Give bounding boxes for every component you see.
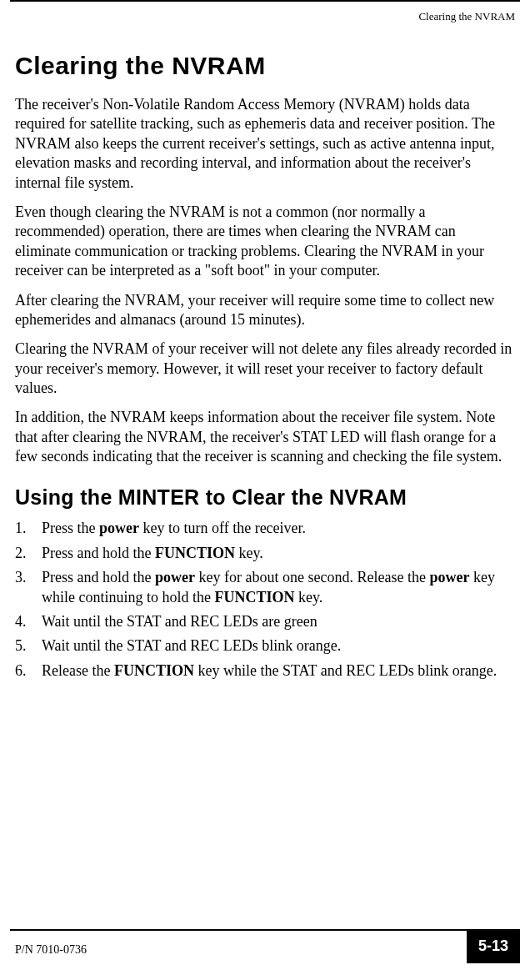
step-text: key. [235,545,263,561]
step-text: Release the [42,662,114,679]
heading-1: Clearing the NVRAM [15,52,515,80]
step-bold: FUNCTION [114,662,194,679]
page-footer: P/N 7010-0736 5-13 [0,929,530,963]
paragraph-2: Even though clearing the NVRAM is not a … [15,203,515,281]
header-title: Clearing the NVRAM [418,10,515,23]
step-text: key while the STAT and REC LEDs blink or… [194,662,497,679]
step-bold: power [155,569,195,585]
step-text: Press and hold the [42,545,155,561]
step-1: Press the power key to turn off the rece… [15,519,515,538]
step-2: Press and hold the FUNCTION key. [15,544,515,563]
paragraph-4: Clearing the NVRAM of your receiver will… [15,339,515,398]
heading-2: Using the MINTER to Clear the NVRAM [15,485,515,510]
step-6: Release the FUNCTION key while the STAT … [15,661,515,681]
step-text: key to turn off the receiver. [139,520,306,536]
page-header: Clearing the NVRAM [10,0,520,23]
step-text: key. [295,589,323,606]
step-bold: FUNCTION [214,589,294,606]
paragraph-3: After clearing the NVRAM, your receiver … [15,291,515,330]
step-text: key for about one second. Release the [195,569,429,585]
paragraph-1: The receiver's Non-Volatile Random Acces… [15,95,515,193]
page-number: 5-13 [467,931,520,963]
paragraph-5: In addition, the NVRAM keeps information… [15,408,515,466]
steps-list: Press the power key to turn off the rece… [15,519,515,681]
step-3: Press and hold the power key for about o… [15,568,515,607]
step-4: Wait until the STAT and REC LEDs are gre… [15,612,515,631]
step-bold: power [429,569,469,585]
part-number: P/N 7010-0736 [10,943,87,957]
step-bold: power [99,520,139,536]
step-text: Press the [42,520,99,536]
page-content: Clearing the NVRAM The receiver's Non-Vo… [0,23,530,681]
step-bold: FUNCTION [155,545,235,561]
step-text: Press and hold the [42,569,155,585]
step-5: Wait until the STAT and REC LEDs blink o… [15,636,515,656]
